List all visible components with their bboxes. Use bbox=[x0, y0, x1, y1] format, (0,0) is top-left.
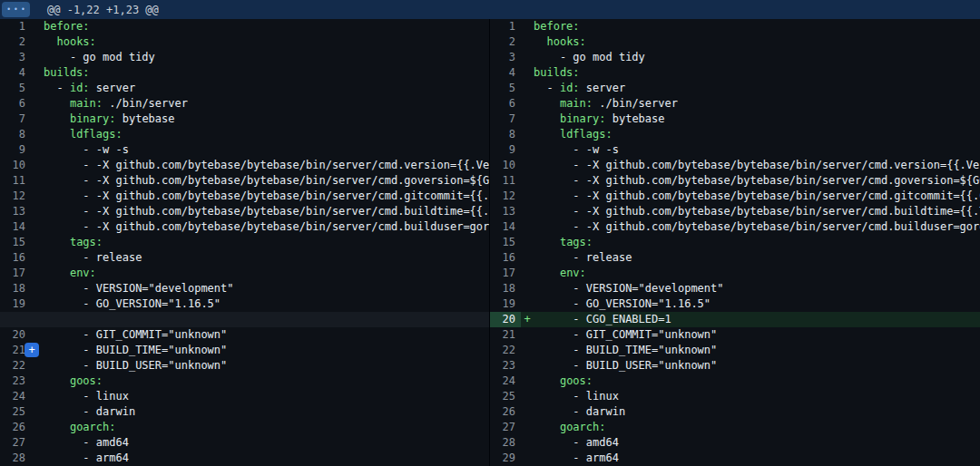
line-number[interactable]: 10 bbox=[0, 158, 31, 173]
line-number[interactable]: 24 bbox=[490, 374, 521, 389]
line-number[interactable]: 7 bbox=[0, 112, 31, 127]
line-number[interactable]: 9 bbox=[0, 142, 31, 158]
line-number[interactable]: 8 bbox=[490, 127, 521, 142]
code-text: - amd64 bbox=[44, 436, 129, 449]
marker-spacer bbox=[521, 420, 534, 435]
line-number[interactable]: 4 bbox=[0, 65, 31, 81]
diff-row: 20 - GIT_COMMIT="unknown"21 - GIT_COMMIT… bbox=[0, 327, 980, 343]
line-number[interactable]: 22 bbox=[0, 358, 31, 374]
line-number[interactable]: 16 bbox=[0, 250, 31, 266]
line-number[interactable]: 13 bbox=[0, 204, 31, 219]
line-number[interactable]: 7 bbox=[490, 112, 521, 127]
marker-spacer bbox=[521, 158, 534, 173]
line-number[interactable]: 25 bbox=[0, 404, 31, 420]
line-number[interactable]: 18 bbox=[0, 281, 31, 296]
line-number[interactable]: 27 bbox=[0, 435, 31, 451]
yaml-key: binary: bbox=[560, 112, 606, 125]
split-diff-view: ••• @@ -1,22 +1,23 @@ 1before:1before:2 … bbox=[0, 0, 980, 466]
diff-row: 3 - go mod tidy3 - go mod tidy bbox=[0, 50, 980, 65]
line-number[interactable]: 27 bbox=[490, 420, 521, 435]
line-number[interactable]: 1 bbox=[0, 19, 31, 34]
line-number[interactable]: 20 bbox=[490, 312, 521, 327]
line-number[interactable]: 8 bbox=[0, 127, 31, 142]
left-line: 2 hooks: bbox=[0, 34, 490, 50]
marker-spacer bbox=[521, 189, 534, 204]
code-text bbox=[534, 267, 560, 279]
line-number[interactable]: 16 bbox=[490, 250, 521, 266]
line-number[interactable]: 24 bbox=[0, 389, 31, 404]
line-number[interactable]: 25 bbox=[490, 389, 521, 404]
code-line: - GIT_COMMIT="unknown" bbox=[44, 327, 489, 343]
line-number[interactable]: 5 bbox=[0, 81, 31, 96]
right-line: 13 - -X github.com/bytebase/bytebase/bin… bbox=[490, 204, 980, 219]
code-text: - -X github.com/bytebase/bytebase/bin/se… bbox=[44, 205, 489, 218]
line-number[interactable]: 1 bbox=[490, 19, 521, 34]
marker-spacer bbox=[31, 50, 44, 65]
marker-spacer bbox=[521, 173, 534, 189]
line-number[interactable]: 22 bbox=[490, 343, 521, 358]
line-number[interactable]: 2 bbox=[490, 34, 521, 50]
line-number[interactable]: 15 bbox=[490, 235, 521, 250]
line-number[interactable]: 14 bbox=[0, 219, 31, 235]
line-number[interactable]: 17 bbox=[490, 266, 521, 281]
line-number[interactable]: 13 bbox=[490, 204, 521, 219]
marker-spacer bbox=[521, 343, 534, 358]
line-number[interactable]: 26 bbox=[0, 420, 31, 435]
marker-spacer bbox=[31, 420, 44, 435]
code-text: server bbox=[90, 82, 136, 94]
marker-spacer bbox=[31, 19, 44, 34]
line-number[interactable]: 28 bbox=[490, 435, 521, 451]
yaml-key: id: bbox=[560, 82, 580, 94]
code-line: - -X github.com/bytebase/bytebase/bin/se… bbox=[44, 189, 489, 204]
code-text: - -X github.com/bytebase/bytebase/bin/se… bbox=[44, 159, 489, 171]
left-line: 21 - BUILD_TIME="unknown"+ bbox=[0, 343, 490, 358]
line-number[interactable]: 2 bbox=[0, 34, 31, 50]
left-line: 17 env: bbox=[0, 266, 490, 281]
line-number[interactable]: 10 bbox=[490, 158, 521, 173]
marker-spacer bbox=[31, 451, 44, 466]
right-line: 6 main: ./bin/server bbox=[490, 96, 980, 112]
code-line: hooks: bbox=[534, 34, 980, 50]
line-number[interactable]: 29 bbox=[490, 451, 521, 466]
code-text: - GO_VERSION="1.16.5" bbox=[534, 297, 710, 310]
line-number[interactable]: 4 bbox=[490, 65, 521, 81]
line-number[interactable]: 6 bbox=[490, 96, 521, 112]
line-number[interactable]: 12 bbox=[0, 189, 31, 204]
line-number[interactable]: 23 bbox=[0, 374, 31, 389]
add-comment-button[interactable]: + bbox=[24, 343, 39, 357]
line-number[interactable]: 5 bbox=[490, 81, 521, 96]
diff-row: 11 - -X github.com/bytebase/bytebase/bin… bbox=[0, 173, 980, 189]
line-number[interactable]: 19 bbox=[490, 296, 521, 312]
code-line: - -X github.com/bytebase/bytebase/bin/se… bbox=[534, 158, 980, 173]
expand-hunk-button[interactable]: ••• bbox=[2, 2, 30, 17]
line-number[interactable]: 6 bbox=[0, 96, 31, 112]
code-text: - BUILD_TIME="unknown" bbox=[44, 344, 227, 356]
line-number[interactable]: 12 bbox=[490, 189, 521, 204]
line-number[interactable]: 23 bbox=[490, 358, 521, 374]
code-line: - linux bbox=[534, 389, 980, 404]
line-number[interactable]: 14 bbox=[490, 219, 521, 235]
line-number[interactable]: 11 bbox=[490, 173, 521, 189]
right-line: 1before: bbox=[490, 19, 980, 34]
line-number[interactable]: 9 bbox=[490, 142, 521, 158]
line-number[interactable]: 20 bbox=[0, 327, 31, 343]
line-number[interactable]: 26 bbox=[490, 404, 521, 420]
yaml-key: tags: bbox=[70, 236, 103, 248]
code-text bbox=[44, 267, 70, 279]
line-number[interactable]: 19 bbox=[0, 296, 31, 312]
left-line: 22 - BUILD_USER="unknown" bbox=[0, 358, 490, 374]
yaml-key: goarch: bbox=[70, 421, 116, 433]
line-number[interactable]: 3 bbox=[0, 50, 31, 65]
marker-spacer bbox=[521, 96, 534, 112]
line-number[interactable]: 17 bbox=[0, 266, 31, 281]
line-number[interactable]: 21 bbox=[490, 327, 521, 343]
code-text: - arm64 bbox=[44, 451, 129, 464]
code-text bbox=[44, 236, 70, 248]
line-number[interactable]: 3 bbox=[490, 50, 521, 65]
line-number[interactable]: 18 bbox=[490, 281, 521, 296]
line-number[interactable]: 28 bbox=[0, 451, 31, 466]
right-line: 16 - release bbox=[490, 250, 980, 266]
line-number[interactable]: 11 bbox=[0, 173, 31, 189]
diff-row: 23 goos:24 goos: bbox=[0, 374, 980, 389]
line-number[interactable]: 15 bbox=[0, 235, 31, 250]
